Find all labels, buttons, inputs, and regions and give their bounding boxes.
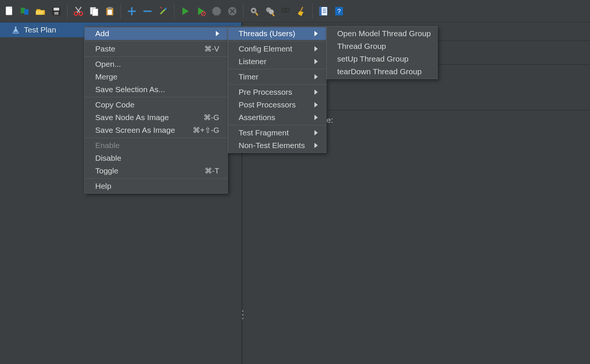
menu-item-label: Help: [95, 182, 219, 191]
menu-item-label: Toggle: [95, 166, 193, 175]
tree-node-label: Test Plan: [24, 25, 56, 34]
menu-separator: [85, 56, 227, 57]
threads-submenu-item-thread-group[interactable]: Thread Group: [327, 40, 437, 53]
stop-icon[interactable]: [209, 4, 224, 18]
gear-clean-all-icon[interactable]: [263, 4, 277, 18]
add-submenu-item-assertions[interactable]: Assertions: [228, 111, 326, 124]
svg-point-24: [252, 9, 255, 12]
chevron-right-icon: [314, 115, 318, 120]
search-icon[interactable]: [279, 4, 293, 18]
help-icon[interactable]: ?: [332, 4, 346, 18]
menu-separator: [228, 84, 326, 85]
add-submenu: Threads (Users)Config ElementListenerTim…: [228, 26, 326, 153]
open-icon[interactable]: [34, 4, 48, 18]
context-menu-item-help[interactable]: Help: [85, 180, 227, 192]
menu-separator: [228, 69, 326, 69]
toolbar-separator: [312, 4, 313, 19]
svg-marker-21: [212, 7, 221, 15]
menu-item-shortcut: ⌘-T: [205, 166, 219, 175]
menu-item-label: Add: [95, 29, 208, 38]
menu-item-shortcut: ⌘+⇧-G: [193, 126, 219, 135]
chevron-right-icon: [314, 74, 318, 79]
minus-icon[interactable]: [140, 4, 155, 18]
svg-rect-30: [320, 7, 322, 15]
menu-item-label: Open Model Thread Group: [337, 29, 431, 38]
context-menu-item-save-selection-as[interactable]: Save Selection As...: [85, 83, 227, 96]
svg-marker-17: [183, 7, 189, 15]
context-menu-item-add[interactable]: Add: [85, 27, 227, 40]
menu-separator: [228, 125, 326, 125]
chevron-right-icon: [314, 46, 318, 51]
svg-rect-5: [54, 7, 59, 10]
menu-item-label: Save Node As Image: [95, 113, 192, 122]
broom-icon[interactable]: [294, 4, 308, 18]
chevron-right-icon: [314, 31, 318, 36]
svg-text:?: ?: [337, 7, 341, 15]
threads-submenu: Open Model Thread GroupThread GroupsetUp…: [326, 26, 438, 79]
context-menu-item-enable: Enable: [85, 139, 227, 152]
threads-submenu-item-setup-thread-group[interactable]: setUp Thread Group: [327, 53, 437, 65]
context-menu: AddPaste⌘-VOpen...MergeSave Selection As…: [84, 26, 228, 194]
plus-icon[interactable]: [125, 4, 139, 18]
paste-icon[interactable]: [103, 4, 117, 18]
context-menu-item-save-screen-as-image[interactable]: Save Screen As Image⌘+⇧-G: [85, 124, 227, 136]
add-submenu-item-test-fragment[interactable]: Test Fragment: [228, 126, 326, 139]
chevron-right-icon: [314, 90, 318, 95]
add-submenu-item-threads-users[interactable]: Threads (Users): [228, 27, 326, 40]
templates-icon[interactable]: [18, 4, 32, 18]
wand-icon[interactable]: [156, 4, 170, 18]
menu-item-label: Open...: [95, 60, 219, 69]
toolbar-separator: [67, 4, 68, 19]
menu-item-label: Save Screen As Image: [95, 126, 181, 135]
shutdown-icon[interactable]: [225, 4, 239, 18]
menu-item-shortcut: ⌘-G: [204, 113, 219, 122]
threads-submenu-item-teardown-thread-group[interactable]: tearDown Thread Group: [327, 65, 437, 78]
copy-icon[interactable]: [87, 4, 101, 18]
add-submenu-item-listener[interactable]: Listener: [228, 55, 326, 68]
add-submenu-item-config-element[interactable]: Config Element: [228, 43, 326, 55]
svg-rect-6: [54, 12, 58, 15]
save-icon[interactable]: [49, 4, 63, 18]
add-submenu-item-post-processors[interactable]: Post Processors: [228, 98, 326, 111]
context-menu-item-save-node-as-image[interactable]: Save Node As Image⌘-G: [85, 111, 227, 124]
menu-item-label: Paste: [95, 44, 193, 53]
context-menu-item-open[interactable]: Open...: [85, 58, 227, 70]
svg-point-16: [161, 7, 162, 8]
menu-item-label: Post Processors: [239, 100, 307, 109]
chevron-right-icon: [216, 31, 219, 36]
menu-item-label: Threads (Users): [239, 29, 307, 38]
run-no-timer-icon[interactable]: [194, 4, 208, 18]
menu-item-label: Timer: [239, 72, 307, 81]
threads-submenu-item-open-model-thread-group[interactable]: Open Model Thread Group: [327, 27, 437, 40]
function-helper-icon[interactable]: [316, 4, 330, 18]
context-menu-item-paste[interactable]: Paste⌘-V: [85, 43, 227, 55]
add-submenu-item-non-test-elements[interactable]: Non-Test Elements: [228, 139, 326, 152]
svg-rect-13: [108, 10, 112, 15]
svg-rect-3: [24, 9, 28, 15]
flask-icon: [11, 25, 20, 34]
gear-clean-icon[interactable]: [247, 4, 261, 18]
svg-rect-10: [92, 9, 98, 16]
svg-rect-12: [108, 7, 112, 9]
context-menu-item-toggle[interactable]: Toggle⌘-T: [85, 164, 227, 177]
menu-item-label: Copy Code: [95, 100, 219, 109]
context-menu-item-merge[interactable]: Merge: [85, 70, 227, 83]
cut-icon[interactable]: [71, 4, 86, 18]
chevron-right-icon: [314, 143, 318, 148]
toolbar-separator: [243, 4, 243, 19]
menu-item-label: tearDown Thread Group: [337, 67, 429, 76]
chevron-right-icon: [314, 102, 318, 107]
context-menu-item-copy-code[interactable]: Copy Code: [85, 98, 227, 111]
menu-item-label: Config Element: [239, 44, 307, 53]
add-submenu-item-pre-processors[interactable]: Pre Processors: [228, 86, 326, 98]
context-menu-item-disable[interactable]: Disable: [85, 152, 227, 164]
run-icon[interactable]: [178, 4, 192, 18]
menu-item-label: Pre Processors: [239, 88, 307, 97]
splitter-handle[interactable]: [241, 310, 244, 319]
svg-line-20: [202, 12, 205, 15]
new-file-icon[interactable]: [2, 4, 16, 18]
svg-line-14: [161, 9, 165, 14]
menu-item-label: Listener: [239, 57, 307, 66]
add-submenu-item-timer[interactable]: Timer: [228, 70, 326, 83]
menu-item-label: Thread Group: [337, 42, 429, 51]
